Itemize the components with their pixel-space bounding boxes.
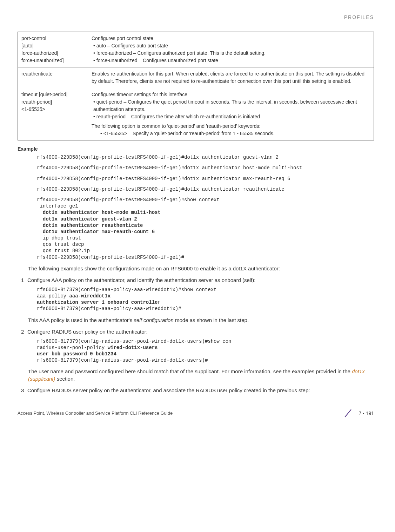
page-number: 7 - 191	[359, 410, 374, 417]
param-desc: Configures port control state auto – Con…	[88, 32, 374, 67]
bullet: force-unauthorized – Configures unauthor…	[93, 57, 370, 64]
step-body: The user name and password configured he…	[28, 368, 374, 382]
param-name: port-control [auto| force-authorized| fo…	[18, 32, 88, 67]
bullet: auto – Configures auto port state	[93, 42, 370, 50]
code-block: rfs6000-817379(config-radius-user-pool-w…	[37, 338, 374, 364]
code-bold: wired-dot1x-users	[108, 345, 158, 350]
code-bold: user bob password 0 bob1234	[37, 351, 116, 357]
code-block: rfs4000-229D58(config-profile-testRFS400…	[37, 176, 374, 182]
code-text: rfs6000-817379(config-radius-user-pool-w…	[37, 357, 208, 363]
step-text: Configure RADIUS server policy on the au…	[27, 387, 310, 393]
desc-intro: Configures port control state	[92, 35, 370, 42]
step-text: Configure AAA policy on the authenticato…	[27, 277, 255, 283]
example-heading: Example	[18, 146, 374, 153]
emphasis: self configuration	[134, 317, 173, 323]
table-row: timeout [quiet-period| reauth-period] <1…	[18, 88, 374, 140]
code-text: ip dhcp trust qos trust dscp qos trust 8…	[37, 235, 184, 260]
text: The user name and password configured he…	[28, 368, 352, 374]
table-row: reauthenticate Enables re-authentication…	[18, 67, 374, 88]
code-text: rfs6000-817379(config-aaa-policy-aaa-wir…	[37, 287, 216, 299]
code-bold: aaa-wireddot1x	[69, 293, 111, 299]
step-3: 3Configure RADIUS server policy on the a…	[21, 387, 374, 394]
bullet: reauth-period – Configures the time afte…	[93, 113, 370, 120]
code-block: rfs4000-229D58(config-profile-testRFS400…	[37, 165, 374, 171]
text: This AAA policy is used in the authentic…	[28, 317, 134, 323]
slash-icon	[343, 408, 353, 419]
code-text: r	[158, 300, 160, 305]
desc-follow: The following option is common to 'quiet…	[92, 123, 370, 130]
step-number: 2	[21, 328, 27, 335]
param-desc: Enables re-authentication for this port.…	[88, 67, 374, 88]
code-bold: dot1x authenticator host-mode multi-host…	[37, 210, 161, 235]
header-section: PROFILES	[18, 14, 374, 21]
bullet: quiet-period – Configures the quiet peri…	[93, 98, 370, 113]
table-row: port-control [auto| force-authorized| fo…	[18, 32, 374, 67]
text: section.	[55, 376, 75, 382]
svg-line-0	[345, 409, 351, 417]
body-paragraph: The following examples show the configur…	[28, 265, 374, 272]
code-block: rfs4000-229D58(config-profile-testRFS400…	[37, 197, 374, 261]
step-2: 2Configure RADIUS user policy on the aut…	[21, 328, 374, 335]
param-name: timeout [quiet-period| reauth-period] <1…	[18, 88, 88, 140]
footer-title: Access Point, Wireless Controller and Se…	[18, 410, 173, 416]
desc-intro: Configures timeout settings for this int…	[92, 91, 370, 98]
page-footer: Access Point, Wireless Controller and Se…	[18, 408, 374, 419]
bullet: force-authorized – Configures authorized…	[93, 50, 370, 57]
step-body: This AAA policy is used in the authentic…	[28, 316, 374, 324]
code-text: rfs6000-817379(config-aaa-policy-aaa-wir…	[37, 306, 181, 311]
step-number: 1	[21, 276, 27, 284]
param-desc: Configures timeout settings for this int…	[88, 88, 374, 140]
text: mode as shown in the last step.	[174, 317, 249, 323]
code-text: rfs4000-229D58(config-profile-testRFS400…	[37, 197, 220, 209]
step-text: Configure RADIUS user policy on the auth…	[27, 329, 148, 335]
parameters-table: port-control [auto| force-authorized| fo…	[18, 32, 374, 140]
bullet: <1-65535> – Specify a 'quiet-period' or …	[100, 130, 370, 137]
param-name: reauthenticate	[18, 67, 88, 88]
code-bold: authentication server 1 onboard controll…	[37, 300, 158, 305]
step-1: 1Configure AAA policy on the authenticat…	[21, 276, 374, 284]
code-block: rfs6000-817379(config-aaa-policy-aaa-wir…	[37, 287, 374, 312]
code-block: rfs4000-229D58(config-profile-testRFS400…	[37, 186, 374, 192]
code-block: rfs4000-229D58(config-profile-testRFS400…	[37, 154, 374, 160]
step-number: 3	[21, 387, 27, 394]
